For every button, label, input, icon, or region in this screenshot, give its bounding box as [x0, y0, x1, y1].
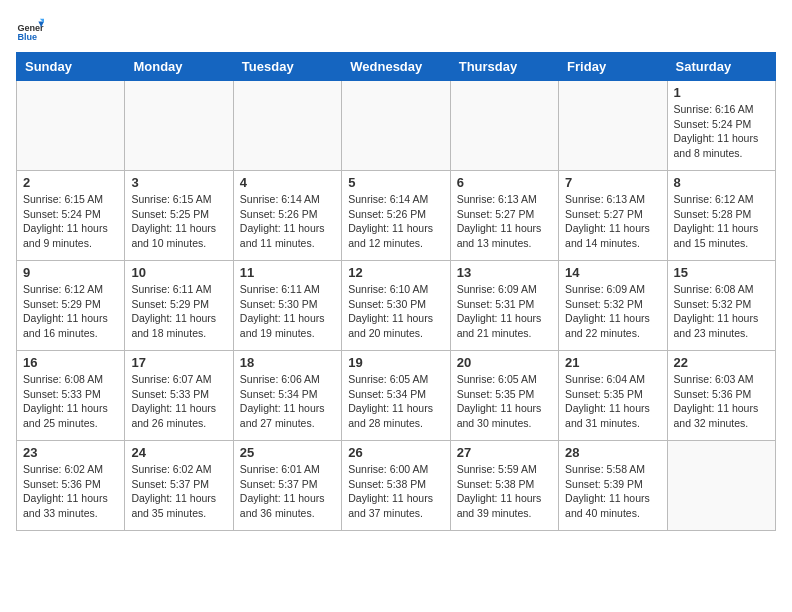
day-info: Sunrise: 6:13 AM Sunset: 5:27 PM Dayligh…	[565, 192, 660, 251]
calendar-cell: 6Sunrise: 6:13 AM Sunset: 5:27 PM Daylig…	[450, 171, 558, 261]
day-info: Sunrise: 6:09 AM Sunset: 5:31 PM Dayligh…	[457, 282, 552, 341]
calendar-cell: 18Sunrise: 6:06 AM Sunset: 5:34 PM Dayli…	[233, 351, 341, 441]
calendar-cell: 26Sunrise: 6:00 AM Sunset: 5:38 PM Dayli…	[342, 441, 450, 531]
day-info: Sunrise: 6:07 AM Sunset: 5:33 PM Dayligh…	[131, 372, 226, 431]
calendar-cell: 21Sunrise: 6:04 AM Sunset: 5:35 PM Dayli…	[559, 351, 667, 441]
calendar-cell: 10Sunrise: 6:11 AM Sunset: 5:29 PM Dayli…	[125, 261, 233, 351]
calendar-cell	[125, 81, 233, 171]
day-number: 6	[457, 175, 552, 190]
calendar-cell	[17, 81, 125, 171]
day-info: Sunrise: 6:05 AM Sunset: 5:34 PM Dayligh…	[348, 372, 443, 431]
weekday-header-friday: Friday	[559, 53, 667, 81]
day-info: Sunrise: 6:02 AM Sunset: 5:36 PM Dayligh…	[23, 462, 118, 521]
day-info: Sunrise: 6:06 AM Sunset: 5:34 PM Dayligh…	[240, 372, 335, 431]
calendar-cell	[667, 441, 775, 531]
weekday-header-monday: Monday	[125, 53, 233, 81]
day-number: 21	[565, 355, 660, 370]
logo: General Blue	[16, 16, 48, 44]
day-number: 10	[131, 265, 226, 280]
day-info: Sunrise: 6:16 AM Sunset: 5:24 PM Dayligh…	[674, 102, 769, 161]
calendar-cell	[342, 81, 450, 171]
day-number: 20	[457, 355, 552, 370]
calendar-cell: 1Sunrise: 6:16 AM Sunset: 5:24 PM Daylig…	[667, 81, 775, 171]
calendar-cell: 28Sunrise: 5:58 AM Sunset: 5:39 PM Dayli…	[559, 441, 667, 531]
weekday-header-wednesday: Wednesday	[342, 53, 450, 81]
day-number: 18	[240, 355, 335, 370]
day-number: 12	[348, 265, 443, 280]
day-number: 8	[674, 175, 769, 190]
day-info: Sunrise: 6:03 AM Sunset: 5:36 PM Dayligh…	[674, 372, 769, 431]
calendar-week-row: 9Sunrise: 6:12 AM Sunset: 5:29 PM Daylig…	[17, 261, 776, 351]
calendar-cell: 14Sunrise: 6:09 AM Sunset: 5:32 PM Dayli…	[559, 261, 667, 351]
day-info: Sunrise: 6:05 AM Sunset: 5:35 PM Dayligh…	[457, 372, 552, 431]
day-info: Sunrise: 6:10 AM Sunset: 5:30 PM Dayligh…	[348, 282, 443, 341]
day-info: Sunrise: 6:09 AM Sunset: 5:32 PM Dayligh…	[565, 282, 660, 341]
calendar-week-row: 1Sunrise: 6:16 AM Sunset: 5:24 PM Daylig…	[17, 81, 776, 171]
day-number: 1	[674, 85, 769, 100]
calendar-cell: 16Sunrise: 6:08 AM Sunset: 5:33 PM Dayli…	[17, 351, 125, 441]
calendar-cell: 7Sunrise: 6:13 AM Sunset: 5:27 PM Daylig…	[559, 171, 667, 261]
day-number: 25	[240, 445, 335, 460]
day-number: 3	[131, 175, 226, 190]
day-info: Sunrise: 6:12 AM Sunset: 5:28 PM Dayligh…	[674, 192, 769, 251]
calendar-cell: 25Sunrise: 6:01 AM Sunset: 5:37 PM Dayli…	[233, 441, 341, 531]
day-number: 24	[131, 445, 226, 460]
day-info: Sunrise: 6:08 AM Sunset: 5:32 PM Dayligh…	[674, 282, 769, 341]
day-number: 17	[131, 355, 226, 370]
day-number: 15	[674, 265, 769, 280]
calendar-week-row: 16Sunrise: 6:08 AM Sunset: 5:33 PM Dayli…	[17, 351, 776, 441]
day-number: 2	[23, 175, 118, 190]
calendar-cell	[559, 81, 667, 171]
calendar-cell	[233, 81, 341, 171]
day-info: Sunrise: 6:15 AM Sunset: 5:24 PM Dayligh…	[23, 192, 118, 251]
weekday-header-saturday: Saturday	[667, 53, 775, 81]
page-header: General Blue	[16, 16, 776, 44]
day-info: Sunrise: 5:58 AM Sunset: 5:39 PM Dayligh…	[565, 462, 660, 521]
day-number: 26	[348, 445, 443, 460]
calendar-week-row: 2Sunrise: 6:15 AM Sunset: 5:24 PM Daylig…	[17, 171, 776, 261]
day-info: Sunrise: 6:13 AM Sunset: 5:27 PM Dayligh…	[457, 192, 552, 251]
day-number: 9	[23, 265, 118, 280]
day-number: 4	[240, 175, 335, 190]
day-info: Sunrise: 6:04 AM Sunset: 5:35 PM Dayligh…	[565, 372, 660, 431]
day-number: 22	[674, 355, 769, 370]
calendar-cell: 24Sunrise: 6:02 AM Sunset: 5:37 PM Dayli…	[125, 441, 233, 531]
calendar-week-row: 23Sunrise: 6:02 AM Sunset: 5:36 PM Dayli…	[17, 441, 776, 531]
day-info: Sunrise: 6:01 AM Sunset: 5:37 PM Dayligh…	[240, 462, 335, 521]
calendar-cell: 13Sunrise: 6:09 AM Sunset: 5:31 PM Dayli…	[450, 261, 558, 351]
calendar-cell	[450, 81, 558, 171]
day-number: 19	[348, 355, 443, 370]
calendar-cell: 23Sunrise: 6:02 AM Sunset: 5:36 PM Dayli…	[17, 441, 125, 531]
day-info: Sunrise: 6:12 AM Sunset: 5:29 PM Dayligh…	[23, 282, 118, 341]
day-info: Sunrise: 6:08 AM Sunset: 5:33 PM Dayligh…	[23, 372, 118, 431]
calendar-table: SundayMondayTuesdayWednesdayThursdayFrid…	[16, 52, 776, 531]
day-number: 27	[457, 445, 552, 460]
calendar-cell: 22Sunrise: 6:03 AM Sunset: 5:36 PM Dayli…	[667, 351, 775, 441]
calendar-cell: 3Sunrise: 6:15 AM Sunset: 5:25 PM Daylig…	[125, 171, 233, 261]
day-info: Sunrise: 6:02 AM Sunset: 5:37 PM Dayligh…	[131, 462, 226, 521]
day-number: 16	[23, 355, 118, 370]
day-number: 13	[457, 265, 552, 280]
day-number: 7	[565, 175, 660, 190]
calendar-cell: 20Sunrise: 6:05 AM Sunset: 5:35 PM Dayli…	[450, 351, 558, 441]
weekday-header-tuesday: Tuesday	[233, 53, 341, 81]
weekday-header-thursday: Thursday	[450, 53, 558, 81]
calendar-cell: 5Sunrise: 6:14 AM Sunset: 5:26 PM Daylig…	[342, 171, 450, 261]
weekday-header-sunday: Sunday	[17, 53, 125, 81]
calendar-cell: 9Sunrise: 6:12 AM Sunset: 5:29 PM Daylig…	[17, 261, 125, 351]
calendar-cell: 11Sunrise: 6:11 AM Sunset: 5:30 PM Dayli…	[233, 261, 341, 351]
calendar-cell: 2Sunrise: 6:15 AM Sunset: 5:24 PM Daylig…	[17, 171, 125, 261]
svg-text:Blue: Blue	[17, 32, 37, 42]
day-info: Sunrise: 6:11 AM Sunset: 5:29 PM Dayligh…	[131, 282, 226, 341]
day-info: Sunrise: 6:14 AM Sunset: 5:26 PM Dayligh…	[348, 192, 443, 251]
calendar-cell: 27Sunrise: 5:59 AM Sunset: 5:38 PM Dayli…	[450, 441, 558, 531]
calendar-cell: 17Sunrise: 6:07 AM Sunset: 5:33 PM Dayli…	[125, 351, 233, 441]
day-number: 5	[348, 175, 443, 190]
day-number: 11	[240, 265, 335, 280]
day-number: 23	[23, 445, 118, 460]
day-info: Sunrise: 6:15 AM Sunset: 5:25 PM Dayligh…	[131, 192, 226, 251]
calendar-header-row: SundayMondayTuesdayWednesdayThursdayFrid…	[17, 53, 776, 81]
day-info: Sunrise: 6:00 AM Sunset: 5:38 PM Dayligh…	[348, 462, 443, 521]
calendar-cell: 12Sunrise: 6:10 AM Sunset: 5:30 PM Dayli…	[342, 261, 450, 351]
calendar-cell: 8Sunrise: 6:12 AM Sunset: 5:28 PM Daylig…	[667, 171, 775, 261]
